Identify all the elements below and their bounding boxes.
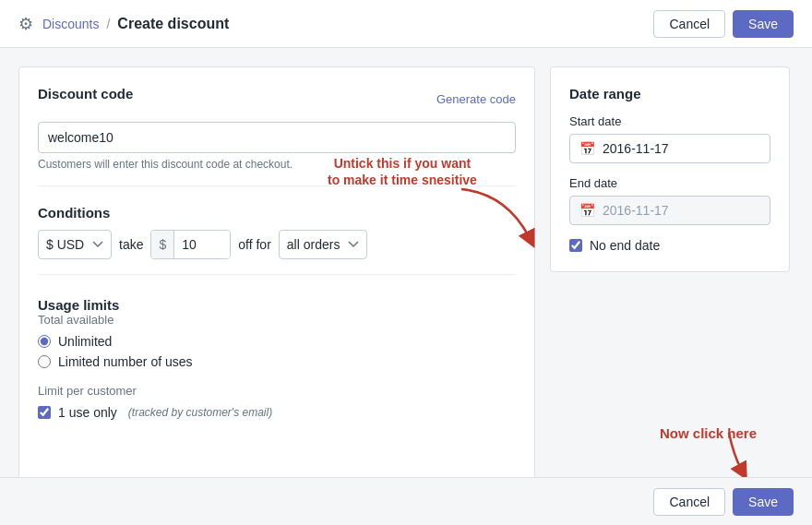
no-end-date-label: No end date bbox=[590, 238, 660, 253]
currency-select[interactable]: $ USD bbox=[38, 230, 112, 259]
one-use-checkbox[interactable] bbox=[38, 406, 51, 419]
page-title: Create discount bbox=[117, 16, 229, 32]
header-actions: Cancel Save bbox=[653, 10, 794, 38]
conditions-section: Conditions $ USD take $ off for all orde… bbox=[38, 205, 516, 259]
limit-per-customer-label: Limit per customer bbox=[38, 384, 516, 398]
discount-code-title: Discount code bbox=[38, 86, 133, 101]
footer: Cancel Save bbox=[0, 477, 812, 525]
limited-option[interactable]: Limited number of uses bbox=[38, 354, 516, 369]
start-date-input[interactable]: 📅 2016-11-17 bbox=[569, 134, 770, 163]
usage-limits-section: Usage limits Total available Unlimited L… bbox=[38, 297, 516, 420]
header: ⚙︎ Discounts / Create discount Cancel Sa… bbox=[0, 0, 812, 48]
one-use-label: 1 use only bbox=[58, 405, 117, 420]
breadcrumb-separator: / bbox=[106, 17, 110, 31]
conditions-title: Conditions bbox=[38, 205, 110, 221]
start-date-label: Start date bbox=[569, 114, 770, 128]
end-date-label: End date bbox=[569, 176, 770, 190]
start-date-value: 2016-11-17 bbox=[603, 141, 669, 156]
discount-code-input[interactable] bbox=[38, 122, 516, 153]
breadcrumb: ⚙︎ Discounts / Create discount bbox=[18, 14, 229, 34]
date-range-title: Date range bbox=[569, 86, 770, 101]
total-available-label: Total available bbox=[38, 313, 516, 327]
discount-code-hint: Customers will enter this discount code … bbox=[38, 158, 516, 171]
unlimited-option[interactable]: Unlimited bbox=[38, 334, 516, 349]
no-end-date-checkbox[interactable] bbox=[569, 239, 582, 252]
footer-save-button[interactable]: Save bbox=[733, 488, 794, 516]
one-use-note: (tracked by customer's email) bbox=[128, 406, 272, 419]
usage-limits-title: Usage limits bbox=[38, 297, 119, 313]
header-cancel-button[interactable]: Cancel bbox=[653, 10, 725, 38]
generate-code-link[interactable]: Generate code bbox=[436, 92, 516, 106]
amount-input-wrap: $ bbox=[150, 230, 231, 259]
one-use-option[interactable]: 1 use only (tracked by customer's email) bbox=[38, 405, 516, 420]
unlimited-label: Unlimited bbox=[58, 334, 112, 349]
discount-code-header: Discount code Generate code bbox=[38, 86, 516, 113]
orders-select[interactable]: all orders bbox=[279, 230, 367, 259]
limit-per-customer-section: Limit per customer 1 use only (tracked b… bbox=[38, 384, 516, 420]
take-label: take bbox=[119, 237, 143, 252]
discounts-icon: ⚙︎ bbox=[18, 14, 33, 34]
total-available-options: Unlimited Limited number of uses bbox=[38, 334, 516, 369]
right-panel: Date range Start date 📅 2016-11-17 End d… bbox=[550, 66, 790, 507]
amount-prefix: $ bbox=[151, 231, 174, 258]
left-panel: Discount code Generate code Customers wi… bbox=[18, 66, 535, 507]
limited-radio[interactable] bbox=[38, 355, 51, 368]
breadcrumb-link[interactable]: Discounts bbox=[42, 17, 99, 31]
end-date-input[interactable]: 📅 2016-11-17 bbox=[569, 196, 770, 225]
conditions-row: $ USD take $ off for all orders bbox=[38, 230, 516, 259]
limited-label: Limited number of uses bbox=[58, 354, 193, 369]
footer-cancel-button[interactable]: Cancel bbox=[653, 488, 725, 516]
off-for-label: off for bbox=[238, 237, 271, 252]
unlimited-radio[interactable] bbox=[38, 335, 51, 348]
end-date-value: 2016-11-17 bbox=[603, 203, 669, 218]
date-range-card: Date range Start date 📅 2016-11-17 End d… bbox=[550, 66, 790, 272]
calendar-icon-start: 📅 bbox=[579, 141, 595, 156]
amount-input[interactable] bbox=[174, 231, 230, 258]
header-save-button[interactable]: Save bbox=[733, 10, 794, 38]
calendar-icon-end: 📅 bbox=[579, 203, 595, 218]
no-end-date-row: No end date bbox=[569, 238, 770, 253]
main-content: Discount code Generate code Customers wi… bbox=[0, 48, 812, 525]
